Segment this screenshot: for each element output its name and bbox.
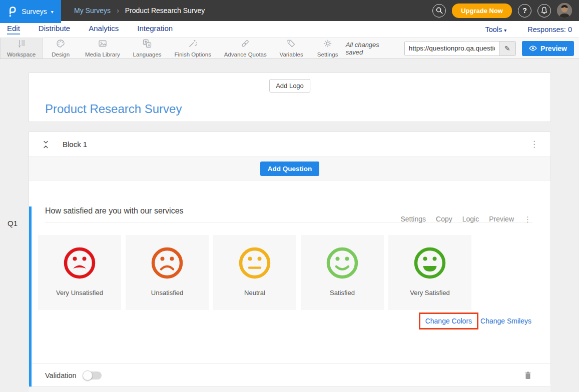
search-button[interactable] [432,4,446,18]
breadcrumb-my-surveys[interactable]: My Surveys [74,6,111,14]
validation-toggle[interactable] [84,372,102,380]
option-label: Unsatisfied [151,289,183,296]
option-label: Very Unsatisfied [56,289,103,296]
block-header: Block 1 ⋮ [29,132,550,157]
survey-url-input[interactable] [405,42,499,56]
toolbar-item-languages[interactable]: A Languages [127,38,168,58]
change-colors-link[interactable]: Change Colors [425,317,472,325]
editor-toolbar: Workspace Design Media Library A Languag… [0,38,579,59]
toolbar-item-variables[interactable]: Variables [273,38,310,58]
editor-canvas: Q1 Add Logo Product Research Survey Bloc… [0,72,579,392]
option-very-unsatisfied[interactable]: Very Unsatisfied [38,235,121,310]
change-colors-highlight: Change Colors [419,312,478,330]
link-icon [241,39,250,50]
breadcrumb-separator-icon: › [117,6,119,14]
add-question-button-top[interactable]: Add Question [260,162,320,176]
preview-button[interactable]: Preview [522,41,574,56]
toolbar-item-finish-options[interactable]: Finish Options [168,38,217,58]
image-icon [98,39,107,50]
option-neutral[interactable]: Neutral [213,235,296,310]
notifications-button[interactable] [537,4,551,18]
toolbar-item-design[interactable]: Design [43,38,79,58]
collapse-block-icon[interactable] [42,140,50,148]
tag-icon [287,39,296,50]
block-menu-icon[interactable]: ⋮ [530,140,538,148]
question-action-copy[interactable]: Copy [436,215,452,223]
tab-edit[interactable]: Edit [7,24,20,34]
topbar: Surveys ▾ My Surveys › Product Research … [0,0,579,21]
add-question-strip: Add Question [29,157,550,180]
question-number: Q1 [8,219,18,228]
help-button[interactable]: ? [518,4,531,18]
survey-url-group: ✎ [404,41,516,56]
toolbar-item-settings[interactable]: Settings [310,38,346,58]
pencil-icon: ✎ [504,44,510,52]
survey-header-card: Add Logo Product Research Survey [29,72,551,122]
magic-wand-icon [188,39,197,50]
question-selected-edge [29,206,32,386]
tab-distribute[interactable]: Distribute [39,24,70,34]
toolbar-item-workspace[interactable]: Workspace [0,38,43,58]
search-icon [435,6,443,14]
survey-title[interactable]: Product Research Survey [45,102,182,116]
breadcrumb: My Surveys › Product Research Survey [74,6,205,14]
trash-icon [524,372,531,380]
smiley-very-unsatisfied-icon [62,235,97,282]
question-menu-icon[interactable]: ⋮ [524,216,531,223]
edit-url-button[interactable]: ✎ [499,42,515,56]
option-very-satisfied[interactable]: Very Satisfied [388,235,471,310]
upgrade-now-button[interactable]: Upgrade Now [452,4,512,18]
question-mark-icon: ? [522,6,527,14]
autosave-status: All changes saved [346,41,398,56]
delete-question-button[interactable] [524,372,531,380]
question-card: Settings Copy Logic Preview ⋮ How satisf… [29,206,550,387]
block-footer: Add Question ✂Page Break ☑Separator [29,387,550,392]
eye-icon [529,46,537,51]
add-logo-button[interactable]: Add Logo [269,79,310,92]
breadcrumb-current: Product Research Survey [125,6,205,14]
option-label: Neutral [244,289,265,296]
svg-text:A: A [148,43,150,48]
block-card: Block 1 ⋮ Add Question Settings Copy Log… [29,132,551,384]
option-satisfied[interactable]: Satisfied [301,235,384,310]
tab-analytics[interactable]: Analytics [89,24,119,34]
question-action-logic[interactable]: Logic [462,215,479,223]
smiley-satisfied-icon [325,235,360,282]
survey-nav: Edit Distribute Analytics Integration To… [0,21,579,38]
gear-icon [323,39,332,50]
bell-icon [540,6,548,14]
workspace-icon [17,39,26,50]
chevron-down-icon: ▾ [51,9,54,14]
chevron-down-icon: ▾ [504,28,506,33]
smiley-very-satisfied-icon [412,235,447,282]
validation-label: Validation [45,372,77,380]
product-menu-label: Surveys [22,8,47,16]
change-smileys-link[interactable]: Change Smileys [480,317,531,325]
validation-row: Validation [32,364,550,386]
tools-menu[interactable]: Tools ▾ [485,26,506,34]
option-label: Very Satisfied [410,289,450,296]
question-action-preview[interactable]: Preview [489,215,514,223]
question-action-settings[interactable]: Settings [400,215,426,223]
smiley-unsatisfied-icon [150,235,185,282]
toolbar-item-advance-quotas[interactable]: Advance Quotas [218,38,273,58]
translate-icon: A [143,39,152,50]
user-avatar[interactable] [557,3,572,18]
responses-count: Responses: 0 [527,26,572,34]
toolbar-item-media-library[interactable]: Media Library [79,38,127,58]
block-title[interactable]: Block 1 [63,140,87,148]
smiley-scale: Very Unsatisfied Unsatisfied Neutral [38,235,550,310]
option-label: Satisfied [330,289,355,296]
product-switcher[interactable]: Surveys ▾ [0,0,61,23]
smiley-neutral-icon [237,235,272,282]
questionpro-logo [8,6,18,18]
tab-integration[interactable]: Integration [137,24,173,34]
palette-icon [56,39,65,50]
option-unsatisfied[interactable]: Unsatisfied [126,235,209,310]
